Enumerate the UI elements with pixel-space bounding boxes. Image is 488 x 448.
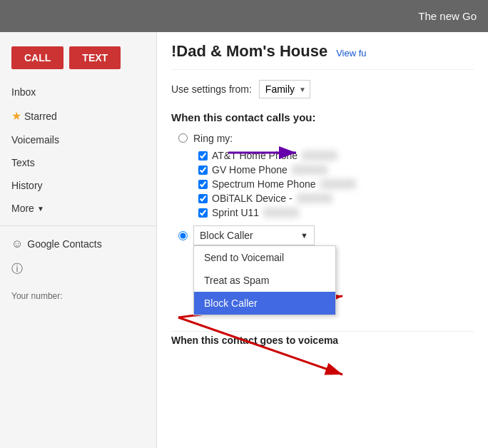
spectrum-checkbox[interactable]: [198, 180, 208, 189]
phone-checkboxes: AT&T Home Phone GV Home Phone Spectrum H…: [178, 150, 474, 218]
obitalk-number-blurred: [297, 193, 332, 203]
settings-row: Use settings from: Family: [171, 70, 474, 104]
google-contacts-item[interactable]: ☺ Google Contacts: [0, 232, 156, 256]
block-caller-selected-label: Block Caller: [200, 230, 295, 241]
sidebar-item-voicemails[interactable]: Voicemails: [0, 128, 156, 151]
settings-from-label: Use settings from:: [171, 83, 252, 95]
chevron-down-icon: ▼: [37, 205, 44, 213]
person-icon: ☺: [11, 238, 23, 250]
phone-row-att: AT&T Home Phone: [198, 150, 474, 161]
phone-row-gv: GV Home Phone: [198, 164, 474, 175]
text-button[interactable]: TEXT: [69, 46, 121, 69]
main-content: !Dad & Mom's House View fu Use settings …: [157, 32, 488, 448]
sidebar-item-texts[interactable]: Texts: [0, 151, 156, 174]
contact-name: !Dad & Mom's House: [171, 42, 327, 61]
action-buttons: CALL TEXT: [0, 41, 156, 81]
ring-my-row: Ring my:: [178, 132, 474, 144]
help-icon[interactable]: ⓘ: [0, 256, 156, 282]
att-label: AT&T Home Phone: [212, 150, 298, 161]
svg-line-5: [178, 317, 342, 375]
nav-list: Inbox ★ Starred Voicemails Texts History…: [0, 81, 156, 220]
obitalk-checkbox[interactable]: [198, 194, 208, 203]
phone-row-spectrum: Spectrum Home Phone: [198, 178, 474, 190]
dropdown-triangle-icon: ▼: [300, 231, 308, 240]
sprint-label: Sprint U11: [212, 207, 259, 218]
call-button[interactable]: CALL: [11, 46, 63, 69]
call-options: Ring my: AT&T Home Phone GV Home Phone S…: [171, 132, 474, 245]
sidebar-item-more[interactable]: More ▼: [0, 197, 156, 220]
sprint-checkbox[interactable]: [198, 208, 208, 218]
sidebar-item-inbox[interactable]: Inbox: [0, 81, 156, 103]
phone-row-sprint: Sprint U11: [198, 207, 474, 218]
gv-checkbox[interactable]: [198, 166, 208, 175]
gv-number-blurred: [292, 165, 327, 175]
block-caller-radio[interactable]: [178, 231, 188, 240]
contact-header: !Dad & Mom's House View fu: [171, 32, 474, 70]
option-treat-spam[interactable]: Treat as Spam: [194, 269, 335, 292]
spectrum-label: Spectrum Home Phone: [212, 178, 316, 190]
gv-label: GV Home Phone: [212, 164, 288, 175]
ring-my-label: Ring my:: [193, 133, 233, 144]
when-voicemail-title: When this contact goes to voicema: [171, 331, 474, 346]
star-icon: ★: [11, 109, 21, 123]
att-checkbox[interactable]: [198, 151, 208, 161]
ring-my-radio[interactable]: [178, 133, 188, 143]
settings-select[interactable]: Family: [259, 80, 310, 98]
obitalk-label: OBiTALK Device -: [212, 193, 293, 204]
sidebar-item-starred[interactable]: ★ Starred: [0, 103, 156, 128]
block-caller-dropdown-popup: Send to Voicemail Treat as Spam Block Ca…: [193, 245, 336, 315]
top-bar: The new Go: [0, 0, 488, 32]
att-number-blurred: [302, 151, 337, 161]
block-caller-select-display[interactable]: Block Caller ▼: [193, 225, 315, 245]
spectrum-number-blurred: [320, 179, 356, 189]
phone-row-obitalk: OBiTALK Device -: [198, 193, 474, 204]
option-block-caller[interactable]: Block Caller: [194, 292, 335, 315]
sidebar-divider: [0, 225, 156, 226]
sidebar: CALL TEXT Inbox ★ Starred Voicemails Tex…: [0, 32, 157, 448]
top-bar-text: The new Go: [418, 10, 477, 22]
when-calls-title: When this contact calls you:: [171, 111, 474, 123]
block-caller-dropdown-wrapper: Block Caller ▼ Send to Voicemail Treat a…: [193, 225, 315, 245]
settings-select-wrapper: Family: [259, 80, 310, 98]
view-full-link[interactable]: View fu: [336, 48, 366, 58]
option-send-voicemail[interactable]: Send to Voicemail: [194, 246, 335, 269]
sidebar-item-history[interactable]: History: [0, 174, 156, 197]
sprint-number-blurred: [263, 208, 299, 218]
block-caller-row: Block Caller ▼ Send to Voicemail Treat a…: [178, 225, 474, 245]
your-number-label: Your number:: [0, 282, 156, 304]
